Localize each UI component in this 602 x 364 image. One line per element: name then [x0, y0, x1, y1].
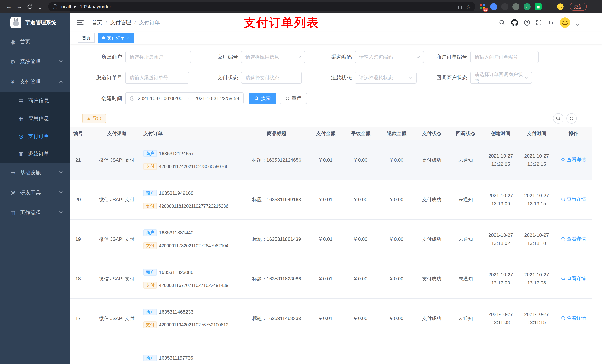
breadcrumb-payment[interactable]: 支付管理	[110, 19, 131, 26]
font-size-icon[interactable]: TT	[548, 20, 553, 26]
sidebar-item-app-info[interactable]: ▦ 应用信息	[0, 110, 70, 127]
sidebar-item-pay-order[interactable]: ◎ 支付订单	[0, 127, 70, 145]
bookmark-star-icon[interactable]: ☆	[466, 4, 471, 10]
pay-status-select[interactable]: 请选择支付状态	[241, 72, 302, 83]
close-icon[interactable]: ×	[127, 35, 130, 40]
extension-icon[interactable]	[512, 3, 519, 10]
sidebar-item-workflow[interactable]: ◫ 工作流程	[0, 203, 70, 223]
extension-icon[interactable]	[490, 3, 497, 10]
col-pay-order: 支付订单	[140, 127, 245, 140]
date-range-input[interactable]: 2021-10-01 00:00:00 - 2021-10-31 23:59:5…	[125, 93, 244, 104]
pay-tag: 支付	[143, 322, 157, 328]
channel-order-no-input[interactable]	[125, 72, 189, 83]
view-detail-link[interactable]: 查看详情	[561, 236, 586, 242]
clock-icon	[129, 96, 135, 101]
cell-id: 18	[70, 259, 93, 299]
cell-channel: 微信 JSAPI 支付	[93, 219, 140, 259]
sidebar-item-merchant-info[interactable]: ▤ 商户信息	[0, 92, 70, 110]
filter-create-time: 创建时间 2021-10-01 00:00:00 - 2021-10-31 23…	[78, 93, 244, 104]
channel-pay-no: 4200001173202110272847982104	[159, 243, 228, 248]
view-detail-link[interactable]: 查看详情	[561, 156, 586, 163]
filter-merchant-order-no: 商户订单编号	[423, 51, 539, 63]
cell-pay-time: 2021-10-27 13:18:10	[519, 219, 555, 259]
tab-home[interactable]: 首页	[78, 33, 95, 43]
cell-pay-time: 2021-10-27 13:19:15	[519, 180, 555, 219]
user-avatar[interactable]	[559, 17, 570, 28]
search-icon[interactable]	[499, 20, 505, 26]
tags-view-bar: 首页 支付订单 ×	[70, 32, 602, 44]
cell-channel: 微信 JSAPI 支付	[93, 180, 140, 219]
browser-refresh-icon[interactable]	[24, 1, 35, 12]
browser-forward-icon[interactable]: →	[14, 1, 24, 12]
cell-pay-time: 2021-10-27 13:17:08	[519, 259, 555, 299]
hamburger-icon[interactable]	[77, 20, 84, 25]
cell-title: 标题：1635311468233	[245, 299, 309, 338]
app-title: 芋道管理系统	[25, 19, 56, 26]
sidebar-item-label: 基础设施	[20, 169, 41, 176]
extension-icon[interactable]	[501, 3, 508, 10]
filter-label: 应用编号	[194, 53, 238, 61]
extension-icon[interactable]: ▣	[535, 3, 542, 10]
tab-pay-order[interactable]: 支付订单 ×	[98, 33, 134, 43]
extension-icon[interactable]: 10	[479, 3, 486, 10]
sidebar-item-label: 首页	[20, 38, 30, 45]
chevron-down-icon	[409, 75, 413, 79]
extension-icon[interactable]: ✓	[524, 3, 531, 10]
refund-status-select[interactable]: 请选择退款状态	[355, 72, 417, 83]
merchant-order-no: 1635311881440	[159, 230, 194, 236]
search-button-label: 搜索	[261, 95, 271, 102]
view-detail-link[interactable]: 查看详情	[561, 275, 586, 282]
extension-icon[interactable]	[546, 3, 553, 10]
site-info-icon[interactable]: ⓘ	[53, 3, 57, 10]
browser-update-button[interactable]: 更新	[570, 3, 587, 11]
cell-pay-amount: ¥ 0.01	[309, 219, 343, 259]
emoji-extension-icon[interactable]	[557, 3, 564, 10]
cell-pay-order: 商户 1635311823086 支付 42000011672021102710…	[140, 259, 245, 299]
app-no-select[interactable]: 请选择应用信息	[241, 51, 305, 63]
table-toolbar: 导出	[70, 113, 602, 124]
sidebar-item-refund-order[interactable]: ▣ 退款订单	[0, 145, 70, 163]
browser-back-icon[interactable]: ←	[4, 1, 14, 12]
sidebar-item-infra[interactable]: ▭ 基础设施	[0, 163, 70, 183]
cell-create-time: 2021-10-27 13:18:02	[483, 219, 518, 259]
refresh-table-button[interactable]	[567, 113, 577, 124]
workflow-icon: ◫	[10, 209, 16, 216]
reset-button[interactable]: 重置	[280, 93, 307, 104]
browser-menu-icon[interactable]: ⋮	[590, 3, 598, 10]
sidebar-item-payment[interactable]: ¥ 支付管理	[0, 72, 70, 92]
filter-refund-status: 退款状态 请选择退款状态	[307, 72, 417, 83]
sidebar-item-devtools[interactable]: ⚒ 研发工具	[0, 183, 70, 203]
col-actions: 操作	[555, 127, 592, 140]
channel-code-select[interactable]: 请输入渠道编码	[355, 51, 424, 63]
sidebar-item-label: 系统管理	[20, 58, 41, 65]
cell-pay-time	[519, 338, 555, 364]
address-bar[interactable]: ⓘ localhost:1024/pay/order ☆	[48, 2, 475, 11]
top-navbar: 首页 / 支付管理 / 支付订单 支付订单列表 ?	[70, 13, 602, 32]
avatar-dropdown-icon[interactable]	[576, 22, 580, 26]
view-detail-link[interactable]: 查看详情	[561, 315, 586, 321]
page-content: 所属商户 应用编号 请选择应用信息 渠道编码 请输入渠道编码	[70, 44, 602, 364]
url-text: localhost:1024/pay/order	[60, 4, 454, 10]
breadcrumb-home[interactable]: 首页	[92, 19, 102, 26]
fullscreen-icon[interactable]	[536, 20, 542, 26]
export-button[interactable]: 导出	[82, 114, 106, 123]
share-icon[interactable]	[457, 4, 462, 9]
cell-pay-amount: ¥ 0.01	[309, 140, 343, 180]
github-icon[interactable]	[511, 19, 518, 26]
notify-status-select[interactable]: 请选择订单回调商户状态	[470, 72, 532, 83]
view-detail-link[interactable]: 查看详情	[561, 196, 586, 203]
sidebar-item-system[interactable]: ⚙ 系统管理	[0, 52, 70, 72]
browser-home-icon[interactable]: ⌂	[35, 1, 45, 12]
cell-notify-status: 未通知	[449, 259, 483, 299]
merchant-order-no-input[interactable]	[470, 51, 539, 63]
merchant-order-no: 1635311157736	[159, 355, 193, 361]
toggle-search-button[interactable]	[553, 113, 563, 124]
breadcrumb-separator: /	[134, 20, 136, 26]
sidebar-item-home[interactable]: ◉ 首页	[0, 32, 70, 52]
search-button[interactable]: 搜索	[249, 93, 276, 104]
merchant-input[interactable]	[125, 51, 191, 63]
date-separator: -	[185, 96, 191, 101]
export-button-label: 导出	[93, 115, 101, 121]
help-icon[interactable]: ?	[524, 20, 530, 26]
channel-pay-no: 4200001194202110276752100612	[159, 322, 228, 328]
